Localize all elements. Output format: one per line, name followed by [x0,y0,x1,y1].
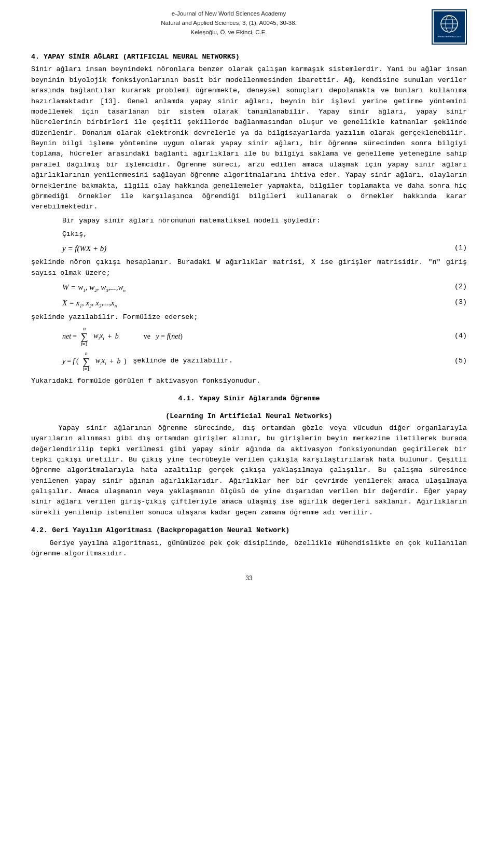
header-text: e-Journal of New World Sciences Academy … [31,9,426,37]
page-number: 33 [31,575,467,582]
section4-title: 4. YAPAY SİNİR AĞLARI (ARTIFICIAL NEURAL… [31,52,467,62]
paragraph-aktivasyon: Yukarıdaki formülde görülen f aktivasyon… [31,376,467,386]
formula-1-block: y = f(WX + b) (1) [62,243,467,255]
formula-5: y = f( n ∑ i=1 wixi + b ) şeklinde de ya… [62,351,233,372]
subsection42-title-text: 4.2. Geri Yayılım Algoritması (Backpropa… [31,526,289,534]
journal-logo: www.newwsa.com ★ [432,9,467,45]
formula-3-label: (3) [454,297,467,307]
formula-2-label: (2) [454,282,467,292]
paragraph-41: Yapay sinir ağlarının öğrenme sürecinde,… [31,423,467,518]
page: e-Journal of New World Sciences Academy … [0,0,498,868]
subsection41-subtitle-text: (Learning In Artificial Neural Networks) [165,412,332,420]
formula-3: X = x1, x2, x3,...,xn [62,297,117,310]
svg-text:★: ★ [448,13,451,18]
subsection41-subtitle: (Learning In Artificial Neural Networks) [31,411,467,422]
subsection41-title-text: 4.1. Yapay Sinir Ağlarında Öğrenme [178,395,320,402]
svg-text:www.newwsa.com: www.newwsa.com [437,35,461,38]
main-content: 4. YAPAY SİNİR AĞLARI (ARTIFICIAL NEURAL… [31,52,467,559]
header-line3: Keleşoğlu, Ö. ve Ekinci, C.E. [190,29,267,35]
cikis-label: Çıkış, [62,229,467,240]
formula-5-block: y = f( n ∑ i=1 wixi + b ) şeklinde de ya… [62,351,467,372]
formula-4: net = n ∑ i=1 wixi + b ve y = f(net) [62,326,183,347]
paragraph-main: Sinir ağları insan beynindeki nöronlara … [31,64,467,212]
formula-4-label: (4) [454,331,467,341]
formula-4-block: net = n ∑ i=1 wixi + b ve y = f(net) (4) [62,326,467,347]
header: e-Journal of New World Sciences Academy … [31,9,467,45]
formula-2-block: W = w1, w2, w3,...,wn (2) [62,282,467,295]
header-line1: e-Journal of New World Sciences Academy [172,10,286,17]
formula-1: y = f(WX + b) [62,243,106,255]
formula-1-label: (1) [454,243,467,253]
paragraph-42: Geriye yayılma algoritması, günümüzde pe… [31,538,467,559]
logo-svg: www.newwsa.com ★ [432,9,467,45]
paragraph-seklinde1: şeklinde nöron çıkışı hesaplanır. Burada… [31,257,467,278]
formula-5-label: (5) [454,356,467,366]
subsection42-title: 4.2. Geri Yayılım Algoritması (Backpropa… [31,525,467,536]
formula-2: W = w1, w2, w3,...,wn [62,282,126,295]
paragraph-seklinde2: şeklinde yazılabilir. Formülize edersek; [31,312,467,323]
header-line2: Natural and Applied Sciences, 3, (1), A0… [161,20,296,26]
subsection41-title: 4.1. Yapay Sinir Ağlarında Öğrenme [31,394,467,404]
formula-3-block: X = x1, x2, x3,...,xn (3) [62,297,467,310]
model-intro: Bir yapay sinir ağları nöronunun matemat… [62,216,467,226]
